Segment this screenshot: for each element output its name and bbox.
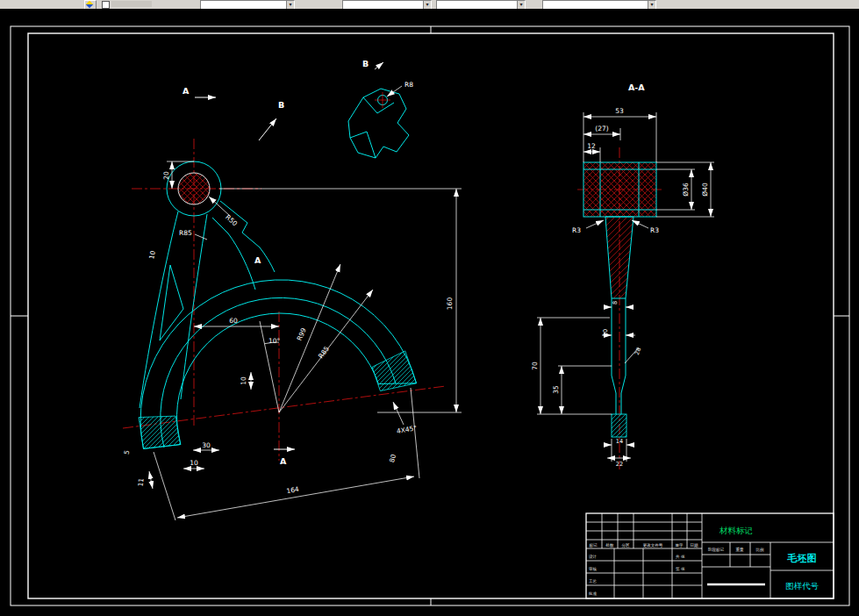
dim-10-arm: 10 xyxy=(147,250,157,260)
rev-header-mark: 标记 xyxy=(589,542,598,548)
sign-check: 审核 xyxy=(589,567,598,571)
layer-checkbox-label xyxy=(111,1,152,7)
b-detail-view: B R8 xyxy=(348,59,413,158)
sign-process: 工艺 xyxy=(589,578,598,584)
chevron-down-icon[interactable]: ▾ xyxy=(286,1,294,9)
section-label-a-top: A xyxy=(183,86,190,96)
dim-r50: R50 xyxy=(224,213,239,228)
section-label-a-bottom: A xyxy=(280,456,287,466)
dim-27: (27) xyxy=(595,125,608,133)
section-title: A-A xyxy=(628,82,645,92)
title-block: 标记 处数 分区 更改文件号 签字 日期 设计 审核 工艺 批准 共 张 第 张… xyxy=(586,513,834,598)
dim-14: 14 xyxy=(616,438,623,445)
dim-12: 12 xyxy=(587,142,596,150)
rev-header-file: 更改文件号 xyxy=(643,542,663,548)
drawing-code-label: 图样代号 xyxy=(785,581,820,591)
dim-60: 60 xyxy=(229,317,238,325)
chevron-down-icon[interactable]: ▾ xyxy=(517,1,525,9)
sheet-frame xyxy=(11,26,849,605)
app-icon xyxy=(86,1,93,8)
dim-28: 28 xyxy=(634,347,642,356)
dim-20: 20 xyxy=(162,171,170,180)
dim-164: 164 xyxy=(286,485,300,495)
stage-label: 阶段标记 xyxy=(708,547,725,553)
front-view: A A A B 20 R50 R85 10 60 10° R99 R85 160… xyxy=(123,86,462,520)
scale-label: 比例 xyxy=(756,548,765,553)
dim-53: 53 xyxy=(615,107,624,115)
rev-header-zone: 分区 xyxy=(622,542,631,548)
material-label: 材料标记 xyxy=(719,526,753,535)
rev-header-count: 处数 xyxy=(606,542,615,548)
section-outline xyxy=(583,162,656,437)
left-pad-hatch xyxy=(139,416,181,448)
dim-22: 22 xyxy=(616,461,623,468)
dim-8: 8 xyxy=(612,301,619,304)
dim-r99: R99 xyxy=(296,326,308,341)
dim-r85-arm: R85 xyxy=(179,229,192,237)
dim-11: 11 xyxy=(136,477,145,487)
section-label-a-mid: A xyxy=(254,255,261,265)
sheet-total: 共 张 xyxy=(676,555,685,559)
dim-r3-left: R3 xyxy=(572,226,581,234)
sign-design: 设计 xyxy=(589,554,598,559)
drawing-canvas[interactable]: A A A B 20 R50 R85 10 60 10° R99 R85 160… xyxy=(0,9,859,616)
dim-70: 70 xyxy=(531,362,539,370)
detail-title-b: B xyxy=(362,59,369,68)
detail-centerlines xyxy=(375,92,390,108)
chevron-down-icon[interactable]: ▾ xyxy=(648,1,655,9)
dim-r8: R8 xyxy=(404,81,413,89)
weight-label: 重量 xyxy=(736,547,745,552)
dim-chamfer: 4X45° xyxy=(396,424,418,435)
dim-5: 5 xyxy=(123,449,132,455)
right-pad-hatch xyxy=(372,351,416,391)
rev-header-sign: 签字 xyxy=(676,543,684,548)
layer-visibility-checkbox[interactable] xyxy=(102,1,110,9)
dim-35: 35 xyxy=(552,385,560,394)
detail-direction-arrow xyxy=(375,62,383,69)
dim-r3-right: R3 xyxy=(650,226,659,234)
section-view: A-A xyxy=(531,82,714,469)
view-label-b: B xyxy=(278,100,284,110)
dim-angle: 10° xyxy=(268,337,281,345)
detail-outline xyxy=(348,89,409,158)
dim-d40: Ø40 xyxy=(701,183,709,197)
sheet-no: 第 张 xyxy=(676,567,685,571)
section-arrows xyxy=(195,97,295,449)
dim-30: 30 xyxy=(202,441,211,449)
dim-d36: Ø36 xyxy=(682,183,690,197)
drawing-type-label: 毛坯图 xyxy=(787,553,817,564)
dim-80: 80 xyxy=(388,453,397,463)
chevron-down-icon[interactable]: ▾ xyxy=(423,1,431,9)
dim-10-bottom: 10 xyxy=(190,459,198,467)
rev-header-date: 日期 xyxy=(691,543,699,548)
sign-approve: 批准 xyxy=(588,591,598,596)
dim-10: 10 xyxy=(602,329,609,336)
dim-160: 160 xyxy=(446,297,454,311)
dim-10-mid: 10 xyxy=(240,376,247,385)
cad-drawing: A A A B 20 R50 R85 10 60 10° R99 R85 160… xyxy=(0,9,859,616)
